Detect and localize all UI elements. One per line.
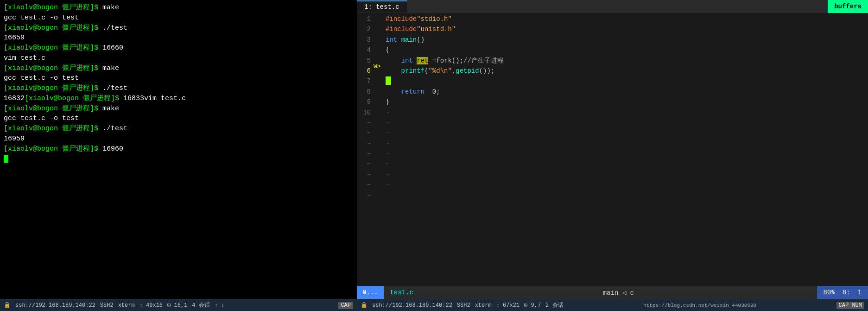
vim-position: 80% 8: 1 bbox=[817, 286, 868, 299]
bottom-cap: CAP bbox=[338, 302, 353, 309]
bottom-sessions: 4 会话 bbox=[192, 301, 209, 309]
vim-buffers-button[interactable]: buffers bbox=[828, 0, 868, 13]
code-line-10: } bbox=[386, 97, 868, 107]
bottom-right-size: ↕ 67x21 bbox=[496, 302, 520, 309]
tilde-3: ~ bbox=[386, 128, 868, 138]
vim-function-label: main ◁ c bbox=[420, 289, 817, 297]
code-line-8 bbox=[386, 76, 868, 86]
terminal-line: 16959 bbox=[4, 134, 353, 144]
bottom-right-ssh-label: ssh://192.168.189.140:22 bbox=[372, 302, 452, 309]
bottom-ssh2: SSH2 bbox=[100, 302, 114, 309]
vim-mode-indicator: W> bbox=[374, 13, 386, 286]
code-line-7: printf("%d\n",getpid()); bbox=[386, 66, 868, 76]
terminal-line: 16659 bbox=[4, 33, 353, 43]
vim-col: 1 bbox=[858, 289, 862, 296]
vim-mode-label: N... bbox=[357, 286, 384, 299]
terminal-line: 16832[xiaolv@bogon 僵尸进程]$ 16833vim test.… bbox=[4, 94, 353, 104]
tilde-2: ~ bbox=[386, 118, 868, 128]
bottom-arrows: ↑ ↓ bbox=[215, 302, 225, 309]
bottom-right-cap: CAP NUM bbox=[836, 302, 864, 309]
lock-icon-right: 🔒 bbox=[361, 302, 367, 309]
vim-line: 8: bbox=[843, 289, 850, 296]
vim-tabbar: 1: test.c buffers bbox=[357, 0, 868, 13]
bottom-bars: 🔒 ssh://192.168.189.140:22 SSH2 xterm ↕ … bbox=[0, 299, 868, 311]
bottom-right-ssh2: SSH2 bbox=[457, 302, 470, 309]
terminal-left[interactable]: [xiaolv@bogon 僵尸进程]$ make gcc test.c -o … bbox=[0, 0, 357, 299]
tilde-4: ~ bbox=[386, 139, 868, 149]
terminal-line: [xiaolv@bogon 僵尸进程]$ make bbox=[4, 3, 353, 13]
bottom-right-pos: ⊞ 9,7 bbox=[524, 302, 541, 309]
bottom-right-sessions: 2 会话 bbox=[545, 301, 563, 309]
bottom-right-xterm: xterm bbox=[475, 302, 492, 309]
terminal-line: vim test.c bbox=[4, 53, 353, 63]
terminal-line: [xiaolv@bogon 僵尸进程]$ make bbox=[4, 63, 353, 74]
vim-code-lines[interactable]: #include"stdio.h" #include"unistd.h" int… bbox=[386, 13, 868, 286]
bottom-left-bar: 🔒 ssh://192.168.189.140:22 SSH2 xterm ↕ … bbox=[0, 299, 357, 311]
bottom-right-url: https://blog.csdn.net/weixin_44030580 bbox=[643, 303, 756, 308]
vim-filename: test.c bbox=[384, 289, 420, 296]
terminal-line: [xiaolv@bogon 僵尸进程]$ ./test bbox=[4, 83, 353, 94]
bottom-right-bar: 🔒 ssh://192.168.189.140:22 SSH2 xterm ↕ … bbox=[357, 299, 868, 311]
terminal-line: gcc test.c -o test bbox=[4, 114, 353, 124]
code-line-5: { bbox=[386, 45, 868, 55]
vim-gutter: 1 2 3 4 5 6 7 8 9 10 ~ ~ ~ ~ ~ ~ ~ ~ bbox=[357, 13, 374, 286]
terminal-line: [xiaolv@bogon 僵尸进程]$ ./test bbox=[4, 23, 353, 33]
bottom-ssh-label: ssh://192.168.189.140:22 bbox=[15, 302, 95, 309]
tilde-8: ~ bbox=[386, 180, 868, 190]
code-line-6: int ret =fork();//产生子进程 bbox=[386, 56, 868, 66]
tilde-1: ~ bbox=[386, 108, 868, 118]
vim-tab-active[interactable]: 1: test.c bbox=[357, 0, 407, 13]
code-line-1: #include"stdio.h" bbox=[386, 14, 868, 24]
tilde-7: ~ bbox=[386, 170, 868, 180]
code-line-9: return 0; bbox=[386, 87, 868, 97]
terminal-line: [xiaolv@bogon 僵尸进程]$ 16660 bbox=[4, 43, 353, 53]
terminal-cursor-line bbox=[4, 154, 353, 164]
bottom-xterm: xterm bbox=[118, 302, 135, 309]
tilde-6: ~ bbox=[386, 159, 868, 169]
vim-editor[interactable]: 1: test.c buffers 1 2 3 4 5 6 7 8 9 10 ~… bbox=[357, 0, 868, 299]
lock-icon: 🔒 bbox=[4, 302, 11, 309]
terminal-line: [xiaolv@bogon 僵尸进程]$ 16960 bbox=[4, 144, 353, 154]
tilde-5: ~ bbox=[386, 149, 868, 159]
code-line-4: int main() bbox=[386, 35, 868, 45]
vim-statusbar: N... test.c main ◁ c 80% 8: 1 bbox=[357, 286, 868, 299]
terminal-line: gcc test.c -o test bbox=[4, 13, 353, 23]
bottom-pos: ⊞ 16,1 bbox=[167, 302, 187, 309]
bottom-size: ↕ 49x16 bbox=[139, 302, 163, 309]
terminal-line: [xiaolv@bogon 僵尸进程]$ ./test bbox=[4, 124, 353, 134]
code-line-2: #include"unistd.h" bbox=[386, 24, 868, 34]
vim-percent: 80% bbox=[824, 289, 835, 296]
terminal-line: gcc test.c -o test bbox=[4, 73, 353, 83]
vim-code-area: 1 2 3 4 5 6 7 8 9 10 ~ ~ ~ ~ ~ ~ ~ ~ bbox=[357, 13, 868, 286]
terminal-line: [xiaolv@bogon 僵尸进程]$ make bbox=[4, 104, 353, 114]
